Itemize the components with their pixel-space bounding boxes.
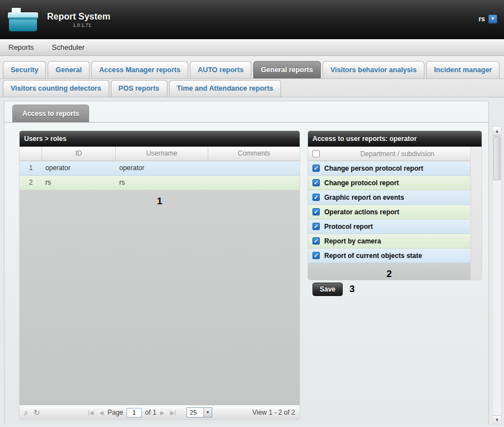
app-title: Report System <box>47 12 110 22</box>
checkbox-checked-icon[interactable] <box>312 252 320 259</box>
menu-item-reports[interactable]: Reports <box>8 43 34 51</box>
tab-security[interactable]: Security <box>3 61 46 78</box>
access-grid-empty-area: 2 <box>308 263 470 280</box>
access-grid-body: Department / subdivision Change person p… <box>308 147 482 280</box>
table-row[interactable]: 1 operator operator <box>20 161 300 176</box>
pager-view-status: View 1 - 2 of 2 <box>253 409 296 416</box>
cell-comments <box>208 176 300 190</box>
list-item[interactable]: Report by camera <box>308 234 470 248</box>
users-grid-empty-area: 1 <box>20 190 300 405</box>
list-item[interactable]: Protocol report <box>308 219 470 234</box>
subtab-access-to-reports[interactable]: Access to reports <box>12 105 89 123</box>
scroll-down-icon[interactable]: ▼ <box>493 415 501 424</box>
access-grid-title: Access to user reports: operator <box>308 131 482 147</box>
prev-page-button[interactable]: ◀ <box>99 410 104 416</box>
tab-visitors-behavior-analysis[interactable]: Visitors behavior analysis <box>323 61 424 78</box>
tabs-area: Security General Access Manager reports … <box>0 56 504 97</box>
cell-id: rs <box>42 176 116 190</box>
next-page-button[interactable]: ▶ <box>160 410 165 416</box>
tab-auto-reports[interactable]: AUTO reports <box>190 61 251 78</box>
row-number: 2 <box>20 176 42 190</box>
vertical-scrollbar[interactable]: ▲ ▼ <box>492 126 502 425</box>
app-logo-icon <box>6 6 40 36</box>
save-row: Save 3 <box>308 283 482 296</box>
column-header-username[interactable]: Username <box>116 147 208 161</box>
page-size-select[interactable]: 25 ▼ <box>186 407 212 417</box>
page-number-input[interactable] <box>127 408 142 417</box>
annotation-1: 1 <box>157 190 162 207</box>
top-header: Report System 1.0.1.71 rs ▼ <box>0 0 504 39</box>
content-area: Access to reports Users > roles ID Usern… <box>0 97 504 425</box>
row-number: 1 <box>20 161 42 175</box>
checkbox-checked-icon[interactable] <box>312 208 320 215</box>
tab-general[interactable]: General <box>48 61 90 78</box>
list-item[interactable]: Report of current objects state <box>308 248 470 263</box>
select-dropdown-icon: ▼ <box>203 408 212 417</box>
refresh-icon[interactable]: ↻ <box>34 408 40 417</box>
select-all-checkbox[interactable] <box>312 150 320 157</box>
tab-visitors-counting-detectors[interactable]: Visitors counting detectors <box>3 80 109 97</box>
search-icon[interactable]: ⌕ <box>24 408 29 417</box>
column-header-rownum <box>20 147 42 161</box>
list-item[interactable]: Graphic report on events <box>308 190 470 205</box>
report-label: Operator actions report <box>324 208 399 216</box>
report-label: Report by camera <box>324 237 381 245</box>
annotation-3: 3 <box>349 284 354 295</box>
menubar: Reports Scheduler <box>0 39 504 56</box>
list-item[interactable]: Change person protocol report <box>308 161 470 176</box>
column-header-id[interactable]: ID <box>42 147 116 161</box>
app-version: 1.0.1.71 <box>73 22 110 28</box>
table-row[interactable]: 2 rs rs <box>20 176 300 190</box>
first-page-button[interactable]: |◀ <box>88 410 94 416</box>
users-roles-grid: Users > roles ID Username Comments 1 ope… <box>20 131 300 420</box>
user-menu[interactable]: rs ▼ <box>479 15 497 24</box>
checkbox-checked-icon[interactable] <box>312 179 320 186</box>
user-name: rs <box>479 15 485 23</box>
tab-time-attendance-reports[interactable]: Time and Attendance reports <box>169 80 281 97</box>
scrollbar-thumb[interactable] <box>493 137 501 180</box>
report-label: Graphic report on events <box>324 194 404 201</box>
tab-general-reports[interactable]: General reports <box>253 61 321 78</box>
access-reports-grid: Access to user reports: operator Departm… <box>308 131 482 280</box>
cell-username: operator <box>116 161 208 175</box>
tab-incident-manager[interactable]: Incident manager <box>426 61 500 78</box>
checkbox-checked-icon[interactable] <box>312 223 320 230</box>
annotation-2: 2 <box>386 263 391 280</box>
tab-access-manager-reports[interactable]: Access Manager reports <box>91 61 188 78</box>
list-item[interactable]: Change protocol report <box>308 176 470 190</box>
tab-pos-reports[interactable]: POS reports <box>111 80 167 97</box>
page-of-label: of 1 <box>145 409 156 416</box>
save-button[interactable]: Save <box>312 283 343 296</box>
column-header-comments[interactable]: Comments <box>208 147 300 161</box>
scroll-up-icon[interactable]: ▲ <box>493 127 501 136</box>
cell-username: rs <box>116 176 208 190</box>
last-page-button[interactable]: ▶| <box>170 410 176 416</box>
checkbox-checked-icon[interactable] <box>312 165 320 172</box>
users-grid-title: Users > roles <box>20 131 300 147</box>
panels-row: Users > roles ID Username Comments 1 ope… <box>4 123 488 420</box>
app-title-block: Report System 1.0.1.71 <box>47 12 110 28</box>
users-grid-pager: ⌕ ↻ |◀ ◀ Page of 1 ▶ ▶| 25 ▼ <box>20 405 300 420</box>
report-label: Report of current objects state <box>324 252 422 260</box>
tab-row-1: Security General Access Manager reports … <box>0 59 504 79</box>
checkbox-checked-icon[interactable] <box>312 194 320 201</box>
page-label: Page <box>108 409 123 416</box>
cell-id: operator <box>42 161 116 175</box>
page-size-value: 25 <box>187 409 203 416</box>
menu-item-scheduler[interactable]: Scheduler <box>52 43 85 51</box>
report-label: Change person protocol report <box>324 165 423 172</box>
tab-row-2: Visitors counting detectors POS reports … <box>0 79 504 97</box>
cell-comments <box>208 161 300 175</box>
column-header-department: Department / subdivision <box>324 150 470 158</box>
content-panel: Access to reports Users > roles ID Usern… <box>4 101 489 425</box>
list-item[interactable]: Operator actions report <box>308 205 470 219</box>
checkbox-checked-icon[interactable] <box>312 237 320 245</box>
app-window: Report System 1.0.1.71 rs ▼ Reports Sche… <box>0 0 504 427</box>
subtab-strip: Access to reports <box>4 101 488 123</box>
user-dropdown-icon[interactable]: ▼ <box>488 15 497 24</box>
report-label: Change protocol report <box>324 179 399 187</box>
access-grid-scroll-gutter <box>470 147 482 280</box>
right-column: Access to user reports: operator Departm… <box>308 131 482 296</box>
access-column-header[interactable]: Department / subdivision <box>308 147 470 161</box>
report-label: Protocol report <box>324 223 373 231</box>
